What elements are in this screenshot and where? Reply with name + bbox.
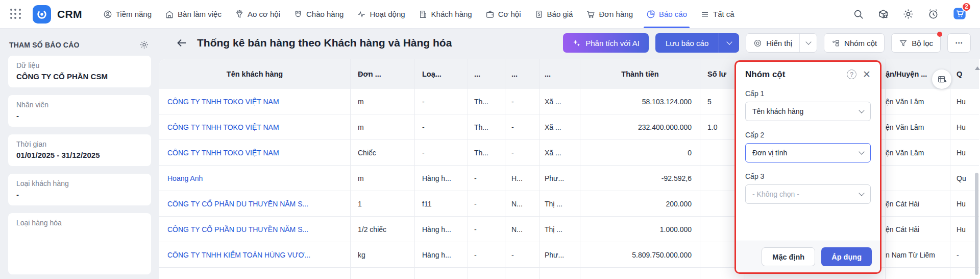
cell-type: - [415,89,468,114]
hamburger-icon [700,10,709,19]
nav-item-label: Chào hàng [306,10,344,18]
report-params-sidebar: THAM SỐ BÁO CÁO Dữ liệu CÔNG TY CỔ PHẦN … [0,29,159,279]
save-report-button[interactable]: Lưu báo cáo [655,33,739,53]
nav-item-khach-hang[interactable]: Khách hàng [412,0,479,28]
chevron-down-icon [859,190,864,196]
chevron-down-icon [805,39,811,44]
col-header-4[interactable]: ... [468,59,505,89]
shop-cart-button[interactable]: 2 [952,6,967,22]
cell-district [886,268,950,279]
level-3-value: - Không chọn - [752,190,799,198]
level-2-select[interactable]: Đơn vị tính [745,143,871,162]
cell-6: Xã ... [540,114,580,140]
nav-item-bao-cao[interactable]: Báo cáo [640,0,694,28]
nav-item-ban-lam-viec[interactable]: Bàn làm việc [158,0,228,28]
customer-link[interactable]: CÔNG TY TNHH KIỂM TOÁN HÙNG VƯƠ... [167,251,310,259]
param-card-thoi-gian[interactable]: Thời gian 01/01/2025 - 31/12/2025 [8,134,151,166]
more-actions-button[interactable]: ⋯ [947,33,971,53]
param-label: Loại khách hàng [16,179,143,188]
nav-item-co-hoi[interactable]: Cơ hội [479,0,528,28]
nav-item-label: Báo giá [547,10,573,18]
level-1-label: Cấp 1 [745,89,871,98]
nav-item-bao-gia[interactable]: Báo giá [528,0,580,28]
customer-link[interactable]: Hoang Anh [167,174,203,182]
display-dropdown[interactable] [799,34,817,52]
nav-item-hoat-dong[interactable]: Hoạt động [350,0,411,28]
popup-footer: Mặc định Áp dụng [736,241,880,272]
scrollbar-thumb[interactable] [975,173,978,275]
level-3-label: Cấp 3 [745,172,871,180]
col-header-customer[interactable]: Tên khách hàng [159,59,351,89]
close-icon[interactable]: ✕ [863,69,871,79]
apply-button[interactable]: Áp dụng [821,247,872,266]
col-header-amount[interactable]: Thành tiền [580,59,700,89]
param-card-loai-khach-hang[interactable]: Loại khách hàng - [8,174,151,205]
cell-district: ện Văn Lâm [886,89,950,114]
group-columns-popup: Nhóm cột ? ✕ Cấp 1 Tên khách hàng Cấp 2 … [734,60,881,274]
param-card-du-lieu[interactable]: Dữ liệu CÔNG TY CỔ PHẦN CSM [8,56,151,87]
col-header-5[interactable]: ... [505,59,540,89]
wallet-icon [485,10,495,19]
default-button[interactable]: Mặc định [762,247,815,266]
filter-button[interactable]: Bộ lọc [891,33,941,53]
top-navbar: CRM Tiềm năng Bàn làm việc Ao cơ hội Chà… [0,0,980,29]
cell-amount: 58.103.124.000 [580,89,700,114]
cell-unit: kg [351,242,415,267]
add-column-button[interactable] [932,69,951,89]
level-3-select[interactable]: - Không chọn - [745,184,871,204]
param-label: Nhân viên [16,101,143,109]
sidebar-gear-icon[interactable] [139,40,149,50]
filter-active-dot [937,32,942,37]
cell-5: N... [505,191,540,216]
group-columns-label: Nhóm cột [844,39,877,48]
help-icon[interactable]: ? [847,69,856,79]
cell-amount: 5.809.750.000.000 [580,242,700,267]
level-1-select[interactable]: Tên khách hàng [745,102,871,121]
back-arrow-icon [176,37,188,49]
nav-item-don-hang[interactable]: Đơn hàng [579,0,640,28]
search-icon[interactable] [853,9,864,20]
report-toolbar: Thống kê bán hàng theo Khách hàng và Hàn… [159,29,980,57]
crm-logo[interactable] [33,5,51,24]
level-1-value: Tên khách hàng [752,107,803,115]
app-launcher-icon[interactable] [10,9,21,20]
cell-5: - [505,242,540,267]
cell-5: - [505,89,540,114]
customer-link[interactable]: CÔNG TY CỔ PHẦN DU THUYỀN NĂM S... [167,225,308,234]
nav-item-chao-hang[interactable]: Chào hàng [287,0,350,28]
nav-item-label: Bàn làm việc [178,10,222,18]
save-report-dropdown[interactable] [719,33,739,53]
param-card-nhan-vien[interactable]: Nhân viên - [8,95,151,127]
nav-item-tat-ca[interactable]: Tất cả [694,0,741,28]
back-button[interactable] [176,37,188,49]
add-column-icon [937,75,947,84]
customer-link[interactable]: CÔNG TY TNHH TOKO VIỆT NAM [167,98,279,106]
display-button[interactable]: Hiển thị [746,33,817,53]
nav-item-tiem-nang[interactable]: Tiềm năng [96,0,158,28]
group-columns-button[interactable]: Nhóm cột [824,33,885,53]
col-header-type[interactable]: Loạ... [415,59,468,89]
cell-6: Xã ... [540,140,580,165]
toolbar-actions: Phân tích với AI Lưu báo cáo Hiển thị Nh… [563,33,980,53]
col-header-6[interactable]: ... [540,59,580,89]
cell-amount [580,268,700,279]
level-2-label: Cấp 2 [745,131,871,139]
alarm-clock-icon[interactable] [927,8,939,20]
scroll-up-arrow-icon[interactable] [975,66,980,70]
settings-gear-icon[interactable] [902,8,914,20]
cell-district: n Nam Từ Liêm [886,242,950,267]
cell-unit: m [351,166,415,191]
sparkles-icon [572,39,581,48]
col-header-unit[interactable]: Đơn ... [351,59,415,89]
package-search-icon[interactable] [877,8,889,20]
nav-item-ao-co-hoi[interactable]: Ao cơ hội [228,0,287,28]
customer-link[interactable]: CÔNG TY TNHH TOKO VIỆT NAM [167,149,279,157]
page-title: Thống kê bán hàng theo Khách hàng và Hàn… [197,37,452,49]
cell-4 [468,268,505,279]
customer-link[interactable]: CÔNG TY CỔ PHẦN DU THUYỀN NĂM S... [167,200,308,208]
param-card-loai-hang-hoa[interactable]: Loại hàng hóa [8,213,151,274]
vertical-scrollbar[interactable] [975,66,979,277]
analyze-ai-button[interactable]: Phân tích với AI [563,33,649,53]
cell-district: ện Văn Lâm [886,114,950,140]
customer-link[interactable]: CÔNG TY TNHH TOKO VIỆT NAM [167,123,279,131]
